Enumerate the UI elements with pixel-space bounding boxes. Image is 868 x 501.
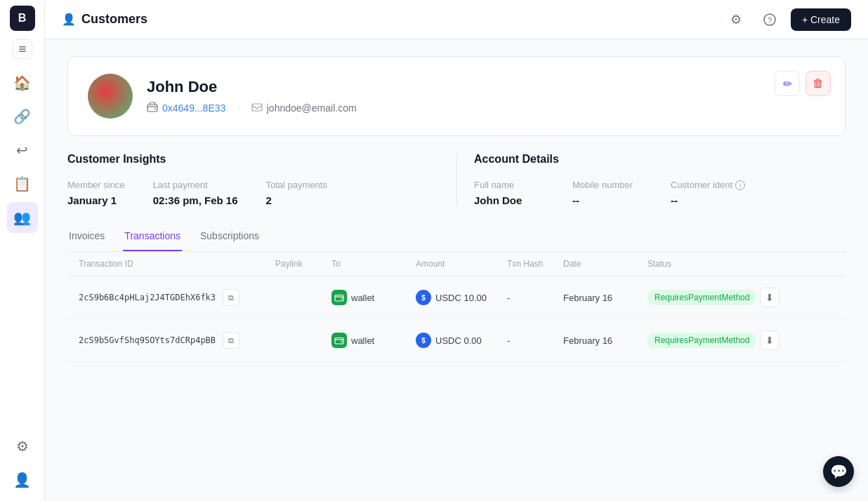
customer-card: John Doe 0x4649...8E33 · johndoe@email.c…	[67, 56, 846, 136]
wallet-address: 0x4649...8E33	[162, 102, 225, 114]
svg-rect-5	[147, 105, 157, 112]
content-area: John Doe 0x4649...8E33 · johndoe@email.c…	[45, 39, 868, 501]
usdc-icon-2: $	[416, 333, 431, 348]
mobile-value: --	[572, 194, 643, 206]
txn-id-text-2: 2cS9b5GvfShq9SOYts7dCRp4pBB	[79, 335, 216, 345]
table-header: Transaction ID Paylink To Amount Txn Has…	[67, 252, 846, 276]
svg-point-6	[154, 108, 156, 109]
cell-amount-1: $ USDC 10.00	[416, 290, 507, 305]
delete-customer-button[interactable]: 🗑	[805, 71, 831, 96]
settings-button[interactable]: ⚙	[723, 7, 749, 32]
page-title: Customers	[81, 12, 147, 27]
email-meta: johndoe@email.com	[251, 102, 357, 115]
col-header-to: To	[331, 259, 416, 269]
account-section: Account Details Full name John Doe Mobil…	[456, 153, 846, 206]
cell-status-1: RequiresPaymentMethod	[647, 290, 760, 305]
svg-rect-1	[19, 48, 26, 50]
sidebar-item-back[interactable]: ↩	[7, 135, 38, 166]
create-button[interactable]: + Create	[791, 8, 851, 31]
cell-date-1: February 16	[563, 293, 647, 303]
status-badge-2: RequiresPaymentMethod	[647, 333, 756, 348]
sidebar-item-links[interactable]: 🔗	[7, 101, 38, 132]
info-icon: i	[735, 180, 745, 190]
cell-to-1: wallet	[331, 290, 416, 305]
full-name-value: John Doe	[474, 194, 544, 206]
customer-ident-value: --	[671, 194, 745, 206]
tab-transactions[interactable]: Transactions	[123, 223, 182, 251]
svg-rect-2	[19, 51, 26, 53]
cell-status-2: RequiresPaymentMethod	[647, 333, 760, 348]
cell-download-1: ⬇	[760, 288, 802, 307]
col-header-status: Status	[647, 259, 760, 269]
page-title-area: 👤 Customers	[62, 12, 718, 27]
sidebar-item-reports[interactable]: 📋	[7, 168, 38, 199]
cell-txn-hash-2: -	[507, 335, 563, 346]
collapse-button[interactable]	[13, 39, 32, 59]
txn-id-text-1: 2cS9b6Bc4pHLaj2J4TGDEhX6fk3	[79, 293, 216, 302]
amount-text-1: USDC 10.00	[435, 293, 487, 303]
tabs: Invoices Transactions Subscriptions	[67, 223, 846, 252]
svg-text:?: ?	[768, 15, 772, 24]
insights-grid: Customer Insights Member since January 1…	[67, 153, 846, 206]
member-since-metric: Member since January 1	[67, 180, 125, 206]
wallet-meta: 0x4649...8E33	[147, 102, 225, 115]
tab-subscriptions[interactable]: Subscriptions	[199, 223, 261, 251]
to-label-1: wallet	[351, 293, 374, 303]
header-actions: ⚙ ? + Create	[723, 7, 851, 32]
cell-amount-2: $ USDC 0.00	[416, 333, 507, 348]
wallet-icon	[147, 102, 158, 115]
customer-info: John Doe 0x4649...8E33 · johndoe@email.c…	[147, 78, 825, 115]
tab-invoices[interactable]: Invoices	[67, 223, 106, 251]
svg-rect-10	[335, 338, 343, 345]
svg-point-9	[341, 298, 343, 300]
insights-title: Customer Insights	[67, 153, 440, 166]
download-button-1[interactable]: ⬇	[760, 288, 780, 307]
col-header-txn-id: Transaction ID	[79, 259, 275, 269]
cell-txn-id-2: 2cS9b5GvfShq9SOYts7dCRp4pBB ⧉	[79, 332, 275, 349]
email-icon	[251, 102, 263, 115]
full-name-label: Full name	[474, 180, 544, 190]
sidebar-item-settings[interactable]: ⚙	[7, 431, 38, 462]
cell-date-2: February 16	[563, 335, 647, 346]
col-header-date: Date	[563, 259, 647, 269]
status-badge-1: RequiresPaymentMethod	[647, 290, 756, 305]
copy-txn-id-2[interactable]: ⧉	[223, 332, 239, 349]
col-header-txn-hash: Txn Hash	[507, 259, 563, 269]
col-header-action	[760, 259, 802, 269]
last-payment-value: 02:36 pm, Feb 16	[153, 194, 238, 206]
sidebar-item-home[interactable]: 🏠	[7, 67, 38, 98]
card-actions: ✏ 🗑	[775, 71, 831, 96]
customer-name: John Doe	[147, 78, 825, 96]
wallet-to-icon-2	[331, 333, 347, 348]
download-button-2[interactable]: ⬇	[760, 330, 780, 350]
svg-point-11	[341, 341, 343, 342]
sidebar-item-user[interactable]: 👤	[7, 465, 38, 495]
total-payments-label: Total payments	[266, 180, 327, 190]
table-row: 2cS9b5GvfShq9SOYts7dCRp4pBB ⧉ wallet $ U…	[67, 319, 846, 362]
customers-icon: 👤	[62, 13, 76, 26]
customer-ident-label: Customer ident i	[671, 180, 745, 190]
last-payment-metric: Last payment 02:36 pm, Feb 16	[153, 180, 238, 206]
total-payments-metric: Total payments 2	[266, 180, 327, 206]
usdc-icon-1: $	[416, 290, 431, 305]
avatar	[88, 74, 133, 119]
mobile-field: Mobile number --	[572, 180, 643, 206]
full-name-field: Full name John Doe	[474, 180, 544, 206]
copy-txn-id-1[interactable]: ⧉	[223, 289, 239, 306]
sidebar-item-customers[interactable]: 👥	[7, 202, 38, 233]
to-label-2: wallet	[351, 335, 374, 346]
col-header-paylink: Paylink	[275, 259, 331, 269]
last-payment-label: Last payment	[153, 180, 238, 190]
top-header: 👤 Customers ⚙ ? + Create	[45, 0, 868, 39]
edit-customer-button[interactable]: ✏	[775, 71, 800, 96]
svg-rect-0	[19, 46, 26, 48]
account-fields: Full name John Doe Mobile number -- Cust…	[474, 180, 846, 206]
help-button[interactable]: ?	[757, 7, 782, 32]
svg-rect-7	[252, 104, 262, 111]
chat-button[interactable]: 💬	[823, 456, 854, 487]
wallet-to-icon-1	[331, 290, 347, 305]
member-since-label: Member since	[67, 180, 125, 190]
table-row: 2cS9b6Bc4pHLaj2J4TGDEhX6fk3 ⧉ wallet $ U…	[67, 276, 846, 319]
total-payments-value: 2	[266, 194, 327, 206]
transactions-table: Transaction ID Paylink To Amount Txn Has…	[67, 252, 846, 362]
